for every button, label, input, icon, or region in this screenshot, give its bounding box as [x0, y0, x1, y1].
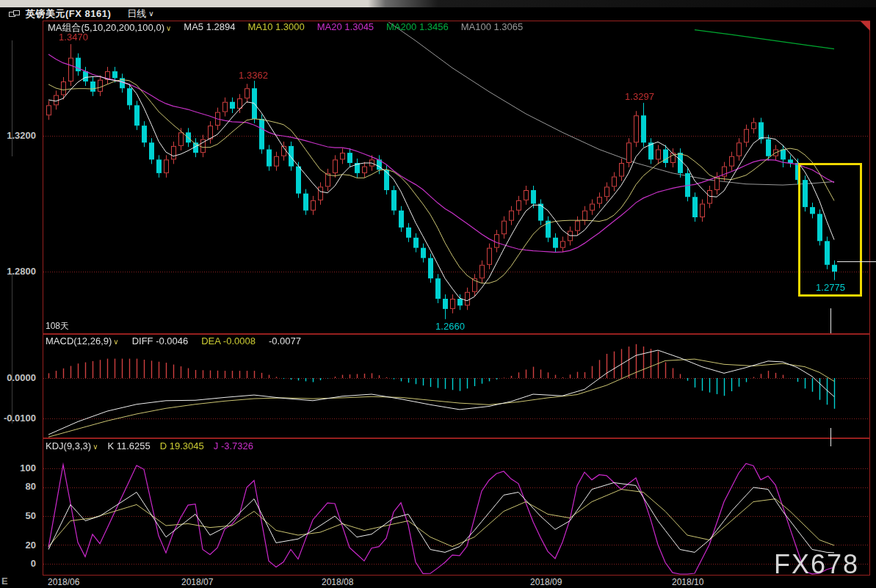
y-axis-label: 100 — [0, 462, 40, 473]
chevron-down-icon: ∨ — [166, 25, 171, 32]
price-annotation: 1.2660 — [435, 321, 465, 332]
macd-value-1: DIFF -0.0046 — [132, 335, 189, 346]
chart-window-icon — [9, 10, 21, 18]
y-axis-label: 0.0000 — [0, 372, 40, 383]
macd-value-3: -0.0077 — [269, 335, 301, 346]
chevron-down-icon: ∨ — [113, 338, 118, 346]
kdj-settings-dropdown[interactable]: KDJ(9,3,3)∨ — [46, 440, 98, 451]
price-annotation: 1.3470 — [59, 32, 88, 43]
watermark: FX678 — [774, 549, 859, 580]
y-axis-label: 1.3200 — [0, 130, 40, 141]
macd-indicator-row: MACD(12,26,9)∨DIFF -0.0046DEA -0.0008-0.… — [46, 335, 301, 346]
chart-area[interactable] — [43, 21, 870, 576]
y-axis-label: -0.0100 — [0, 413, 40, 424]
y-axis-label: 1.2800 — [0, 266, 40, 277]
chevron-down-icon: ∨ — [93, 443, 98, 451]
y-axis-label: 0 — [0, 558, 40, 569]
background-window-edge — [12, 273, 12, 424]
ma-indicator-row: MA组合(5,10,20,200,100,0)∨MA5 1.2894MA10 1… — [48, 21, 523, 35]
chevron-down-icon: ∨ — [148, 10, 153, 18]
x-axis-label: 2018/09 — [530, 577, 562, 587]
ma-value-4: MA200 1.3456 — [386, 21, 449, 35]
x-axis-label: 2018/10 — [672, 577, 703, 587]
window-top-edge — [0, 0, 876, 7]
panel-corner-marker — [861, 21, 870, 31]
kdj-value-2: D 19.3045 — [160, 440, 204, 451]
price-annotation: 1.3297 — [625, 91, 654, 102]
current-price-line — [837, 261, 876, 262]
symbol-title: 英镑美元(FX 8161) — [26, 7, 111, 21]
ma-value-1: MA5 1.2894 — [184, 21, 235, 35]
kdj-indicator-row: KDJ(9,3,3)∨K 11.6255D 19.3045J -3.7326 — [46, 440, 253, 451]
title-bar: 英镑美元(FX 8161) 日线 ∨ — [0, 7, 876, 21]
x-axis-label: 2018/08 — [322, 577, 353, 587]
period-selector[interactable]: 日线 ∨ — [127, 7, 153, 21]
background-letter: E — [1, 576, 8, 587]
y-axis-label: 20 — [0, 540, 40, 551]
visible-range-label: 108天 — [46, 320, 69, 333]
y-axis-label: 80 — [0, 481, 40, 492]
y-axis-label: 50 — [0, 510, 40, 521]
ma-value-3: MA20 1.3045 — [317, 21, 374, 35]
period-label: 日线 — [127, 7, 146, 21]
chart-canvas[interactable] — [43, 21, 870, 576]
ma-value-5: MA100 1.3065 — [461, 21, 524, 35]
kdj-value-1: K 11.6255 — [107, 440, 150, 451]
x-axis-label: 2018/07 — [181, 577, 213, 587]
highlight-rectangle — [798, 163, 862, 297]
price-annotation: 1.3362 — [239, 70, 268, 81]
kdj-value-3: J -3.7326 — [214, 440, 253, 451]
x-axis-label: 2018/06 — [48, 577, 79, 587]
ma-value-2: MA10 1.3000 — [247, 21, 304, 35]
macd-settings-dropdown[interactable]: MACD(12,26,9)∨ — [46, 335, 119, 346]
macd-value-2: DEA -0.0008 — [201, 335, 256, 346]
